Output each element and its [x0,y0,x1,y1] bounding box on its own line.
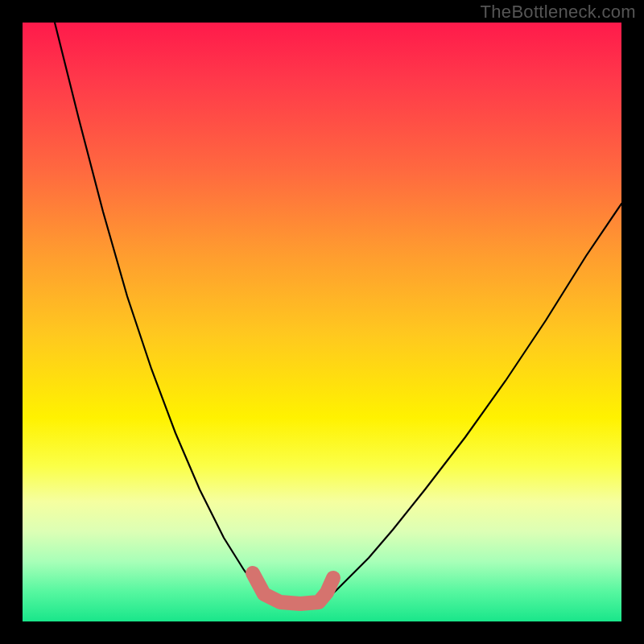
right-curve [322,204,621,601]
plot-area [23,23,621,621]
attribution-label: TheBottleneck.com [481,2,636,23]
bottom-pink-segment [253,573,333,604]
chart-frame: TheBottleneck.com [0,0,644,644]
curves-svg [23,23,621,621]
left-curve [55,23,272,601]
